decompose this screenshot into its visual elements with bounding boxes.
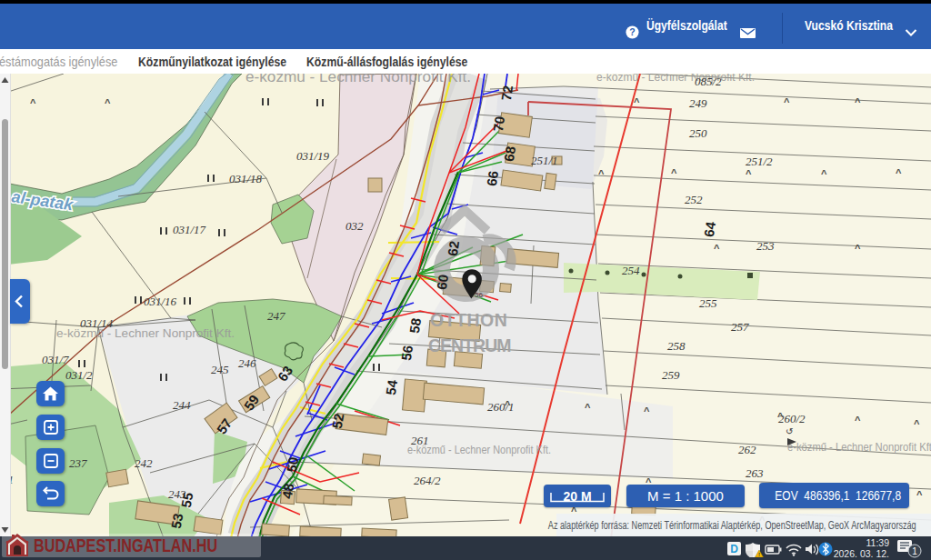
svg-text:258: 258 <box>667 339 686 353</box>
svg-text:70: 70 <box>490 115 507 133</box>
svg-text:247: 247 <box>267 309 285 323</box>
svg-text:68: 68 <box>501 145 518 163</box>
svg-text:255: 255 <box>699 296 717 310</box>
svg-text:^: ^ <box>598 168 605 179</box>
svg-text:66: 66 <box>484 170 501 187</box>
svg-text:^: ^ <box>916 489 923 500</box>
svg-text:261: 261 <box>411 434 429 447</box>
svg-text:58: 58 <box>406 317 424 335</box>
svg-text:^: ^ <box>505 399 511 410</box>
svg-text:253: 253 <box>756 239 775 253</box>
svg-text:254: 254 <box>622 264 640 277</box>
svg-text:242: 242 <box>135 456 153 470</box>
svg-text:250: 250 <box>689 126 707 140</box>
svg-text:252: 252 <box>685 193 703 206</box>
svg-text:1: 1 <box>912 546 917 556</box>
svg-text:60: 60 <box>434 274 451 291</box>
svg-text:263: 263 <box>746 466 764 480</box>
svg-text:54: 54 <box>383 378 400 396</box>
svg-text:e-közmű - Lechner Nonprofit Kf: e-közmű - Lechner Nonprofit Kft. <box>787 440 931 454</box>
svg-text:CENTRUM: CENTRUM <box>428 335 511 355</box>
svg-text:244: 244 <box>173 398 191 412</box>
svg-text:↺: ↺ <box>786 426 793 436</box>
svg-text:?: ? <box>629 26 635 37</box>
svg-text:031/14: 031/14 <box>80 316 114 330</box>
svg-text:e-közmű - Lechner Nonprofit Kf: e-közmű - Lechner Nonprofit Kft. <box>596 74 755 84</box>
svg-text:251/2: 251/2 <box>746 155 773 168</box>
svg-text:^: ^ <box>585 402 591 413</box>
svg-text:52: 52 <box>329 412 347 429</box>
svg-text:031/18: 031/18 <box>229 172 263 185</box>
svg-text:031/16: 031/16 <box>144 295 177 308</box>
svg-text:48: 48 <box>279 482 297 499</box>
svg-text:72: 72 <box>498 85 516 102</box>
svg-text:237: 237 <box>69 456 87 470</box>
svg-text:031/2: 031/2 <box>65 368 93 382</box>
svg-text:^: ^ <box>644 405 650 416</box>
svg-text:257: 257 <box>731 320 749 334</box>
svg-text:262: 262 <box>738 443 756 456</box>
svg-text:62: 62 <box>445 240 462 257</box>
svg-text:e-közmű - Lechner Nonprofit Kf: e-közmű - Lechner Nonprofit Kft. <box>245 74 471 85</box>
svg-text:246: 246 <box>238 356 256 370</box>
svg-text:56: 56 <box>398 345 415 362</box>
svg-text:^: ^ <box>784 96 790 107</box>
svg-text:53: 53 <box>168 512 186 529</box>
svg-text:50: 50 <box>284 455 302 473</box>
svg-text:249: 249 <box>689 96 707 110</box>
svg-text:259: 259 <box>662 368 680 382</box>
svg-text:^: ^ <box>634 96 640 107</box>
svg-text:031/7: 031/7 <box>42 353 69 366</box>
svg-text:OTTHON: OTTHON <box>430 310 507 330</box>
svg-text:64: 64 <box>701 220 718 238</box>
svg-text:^: ^ <box>821 168 827 179</box>
svg-text:032: 032 <box>345 219 364 233</box>
svg-text:^: ^ <box>855 415 861 425</box>
svg-text:264/2: 264/2 <box>414 474 441 487</box>
svg-text:^: ^ <box>855 96 861 107</box>
svg-text:031/19: 031/19 <box>296 149 330 163</box>
svg-text:^: ^ <box>777 411 784 422</box>
svg-text:245: 245 <box>211 363 229 376</box>
svg-text:^: ^ <box>105 97 111 108</box>
svg-text:251/1: 251/1 <box>531 154 558 167</box>
svg-text:^: ^ <box>714 243 720 254</box>
svg-text:55: 55 <box>178 491 196 508</box>
svg-text:e-közmű - Lechner Nonprofit Kf: e-közmű - Lechner Nonprofit Kft. <box>407 443 551 456</box>
svg-text:!: ! <box>758 552 760 557</box>
svg-text:031/17: 031/17 <box>173 223 206 236</box>
svg-text:D: D <box>730 543 738 555</box>
svg-text:^: ^ <box>896 167 902 178</box>
svg-text:^: ^ <box>914 418 920 429</box>
svg-text:^: ^ <box>30 97 36 108</box>
svg-text:^: ^ <box>746 168 752 179</box>
svg-text:^: ^ <box>855 243 861 254</box>
svg-text:085/2: 085/2 <box>695 75 722 88</box>
svg-text:^: ^ <box>671 167 677 178</box>
